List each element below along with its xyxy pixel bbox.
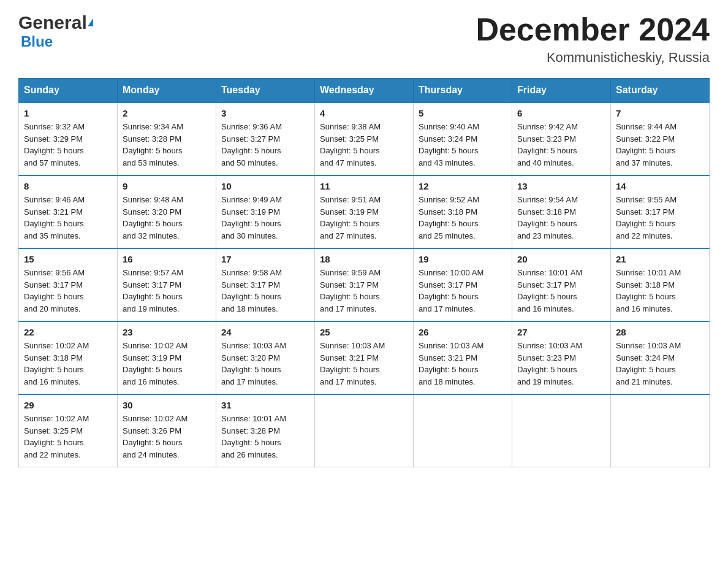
day-info: Sunrise: 10:02 AM Sunset: 3:18 PM Daylig… [24,340,112,388]
calendar-cell: 1 Sunrise: 9:32 AM Sunset: 3:29 PM Dayli… [19,102,118,175]
page-header: General Blue December 2024 Kommunistiche… [18,12,710,66]
calendar-cell: 16 Sunrise: 9:57 AM Sunset: 3:17 PM Dayl… [118,248,216,321]
day-info: Sunrise: 9:58 AM Sunset: 3:17 PM Dayligh… [221,267,309,315]
day-number: 18 [320,254,408,264]
calendar-cell: 7 Sunrise: 9:44 AM Sunset: 3:22 PM Dayli… [611,102,710,175]
day-info: Sunrise: 9:54 AM Sunset: 3:18 PM Dayligh… [517,194,605,242]
calendar-cell: 9 Sunrise: 9:48 AM Sunset: 3:20 PM Dayli… [118,175,216,248]
day-number: 13 [517,181,605,191]
header-saturday: Saturday [611,79,710,103]
day-info: Sunrise: 10:03 AM Sunset: 3:21 PM Daylig… [419,340,507,388]
week-row-4: 22 Sunrise: 10:02 AM Sunset: 3:18 PM Day… [19,321,710,394]
day-number: 22 [24,327,112,337]
day-number: 1 [24,108,112,118]
calendar-cell: 25 Sunrise: 10:03 AM Sunset: 3:21 PM Day… [315,321,414,394]
calendar-cell: 10 Sunrise: 9:49 AM Sunset: 3:19 PM Dayl… [216,175,315,248]
calendar-cell: 12 Sunrise: 9:52 AM Sunset: 3:18 PM Dayl… [414,175,512,248]
calendar-cell: 4 Sunrise: 9:38 AM Sunset: 3:25 PM Dayli… [315,102,414,175]
location: Kommunisticheskiy, Russia [476,50,710,66]
day-info: Sunrise: 9:44 AM Sunset: 3:22 PM Dayligh… [616,121,704,169]
day-info: Sunrise: 9:52 AM Sunset: 3:18 PM Dayligh… [419,194,507,242]
calendar-cell: 29 Sunrise: 10:02 AM Sunset: 3:25 PM Day… [19,394,118,467]
day-number: 29 [24,400,112,410]
day-info: Sunrise: 9:34 AM Sunset: 3:28 PM Dayligh… [123,121,211,169]
day-info: Sunrise: 10:01 AM Sunset: 3:28 PM Daylig… [221,413,309,461]
calendar-cell: 31 Sunrise: 10:01 AM Sunset: 3:28 PM Day… [216,394,315,467]
day-number: 9 [123,181,211,191]
day-info: Sunrise: 10:01 AM Sunset: 3:18 PM Daylig… [616,267,704,315]
day-number: 27 [517,327,605,337]
week-row-5: 29 Sunrise: 10:02 AM Sunset: 3:25 PM Day… [19,394,710,467]
logo-blue: Blue [21,33,53,50]
calendar-cell: 14 Sunrise: 9:55 AM Sunset: 3:17 PM Dayl… [611,175,710,248]
day-number: 4 [320,108,408,118]
calendar: Sunday Monday Tuesday Wednesday Thursday… [18,78,710,467]
day-number: 5 [419,108,507,118]
calendar-cell: 2 Sunrise: 9:34 AM Sunset: 3:28 PM Dayli… [118,102,216,175]
week-row-1: 1 Sunrise: 9:32 AM Sunset: 3:29 PM Dayli… [19,102,710,175]
day-number: 25 [320,327,408,337]
day-number: 24 [221,327,309,337]
header-monday: Monday [118,79,216,103]
calendar-cell: 24 Sunrise: 10:03 AM Sunset: 3:20 PM Day… [216,321,315,394]
header-tuesday: Tuesday [216,79,315,103]
calendar-cell: 30 Sunrise: 10:02 AM Sunset: 3:26 PM Day… [118,394,216,467]
title-area: December 2024 Kommunisticheskiy, Russia [476,12,710,66]
day-number: 6 [517,108,605,118]
day-number: 8 [24,181,112,191]
day-number: 17 [221,254,309,264]
calendar-cell [512,394,611,467]
day-info: Sunrise: 9:38 AM Sunset: 3:25 PM Dayligh… [320,121,408,169]
day-info: Sunrise: 9:57 AM Sunset: 3:17 PM Dayligh… [123,267,211,315]
day-info: Sunrise: 10:02 AM Sunset: 3:25 PM Daylig… [24,413,112,461]
day-info: Sunrise: 10:01 AM Sunset: 3:17 PM Daylig… [517,267,605,315]
header-wednesday: Wednesday [315,79,414,103]
header-friday: Friday [512,79,611,103]
day-info: Sunrise: 10:03 AM Sunset: 3:23 PM Daylig… [517,340,605,388]
day-info: Sunrise: 9:55 AM Sunset: 3:17 PM Dayligh… [616,194,704,242]
calendar-cell: 15 Sunrise: 9:56 AM Sunset: 3:17 PM Dayl… [19,248,118,321]
day-number: 2 [123,108,211,118]
header-thursday: Thursday [414,79,512,103]
day-number: 31 [221,400,309,410]
day-number: 12 [419,181,507,191]
calendar-cell: 20 Sunrise: 10:01 AM Sunset: 3:17 PM Day… [512,248,611,321]
day-info: Sunrise: 9:48 AM Sunset: 3:20 PM Dayligh… [123,194,211,242]
weekday-header-row: Sunday Monday Tuesday Wednesday Thursday… [19,79,710,103]
day-info: Sunrise: 9:32 AM Sunset: 3:29 PM Dayligh… [24,121,112,169]
day-number: 10 [221,181,309,191]
day-info: Sunrise: 10:02 AM Sunset: 3:26 PM Daylig… [123,413,211,461]
day-number: 26 [419,327,507,337]
calendar-cell [611,394,710,467]
day-info: Sunrise: 9:56 AM Sunset: 3:17 PM Dayligh… [24,267,112,315]
calendar-cell: 17 Sunrise: 9:58 AM Sunset: 3:17 PM Dayl… [216,248,315,321]
calendar-cell: 3 Sunrise: 9:36 AM Sunset: 3:27 PM Dayli… [216,102,315,175]
day-info: Sunrise: 10:03 AM Sunset: 3:21 PM Daylig… [320,340,408,388]
day-info: Sunrise: 9:59 AM Sunset: 3:17 PM Dayligh… [320,267,408,315]
day-info: Sunrise: 10:03 AM Sunset: 3:24 PM Daylig… [616,340,704,388]
day-info: Sunrise: 9:42 AM Sunset: 3:23 PM Dayligh… [517,121,605,169]
day-info: Sunrise: 10:00 AM Sunset: 3:17 PM Daylig… [419,267,507,315]
day-info: Sunrise: 9:40 AM Sunset: 3:24 PM Dayligh… [419,121,507,169]
calendar-cell [315,394,414,467]
day-number: 19 [419,254,507,264]
logo-general: General [18,12,87,33]
calendar-cell: 23 Sunrise: 10:02 AM Sunset: 3:19 PM Day… [118,321,216,394]
calendar-cell [414,394,512,467]
day-info: Sunrise: 10:03 AM Sunset: 3:20 PM Daylig… [221,340,309,388]
day-number: 11 [320,181,408,191]
calendar-cell: 28 Sunrise: 10:03 AM Sunset: 3:24 PM Day… [611,321,710,394]
day-info: Sunrise: 9:51 AM Sunset: 3:19 PM Dayligh… [320,194,408,242]
calendar-cell: 6 Sunrise: 9:42 AM Sunset: 3:23 PM Dayli… [512,102,611,175]
day-number: 15 [24,254,112,264]
day-number: 16 [123,254,211,264]
calendar-cell: 8 Sunrise: 9:46 AM Sunset: 3:21 PM Dayli… [19,175,118,248]
calendar-cell: 22 Sunrise: 10:02 AM Sunset: 3:18 PM Day… [19,321,118,394]
day-number: 23 [123,327,211,337]
day-number: 7 [616,108,704,118]
day-info: Sunrise: 9:46 AM Sunset: 3:21 PM Dayligh… [24,194,112,242]
day-info: Sunrise: 9:36 AM Sunset: 3:27 PM Dayligh… [221,121,309,169]
day-number: 28 [616,327,704,337]
month-title: December 2024 [476,12,710,47]
day-number: 20 [517,254,605,264]
